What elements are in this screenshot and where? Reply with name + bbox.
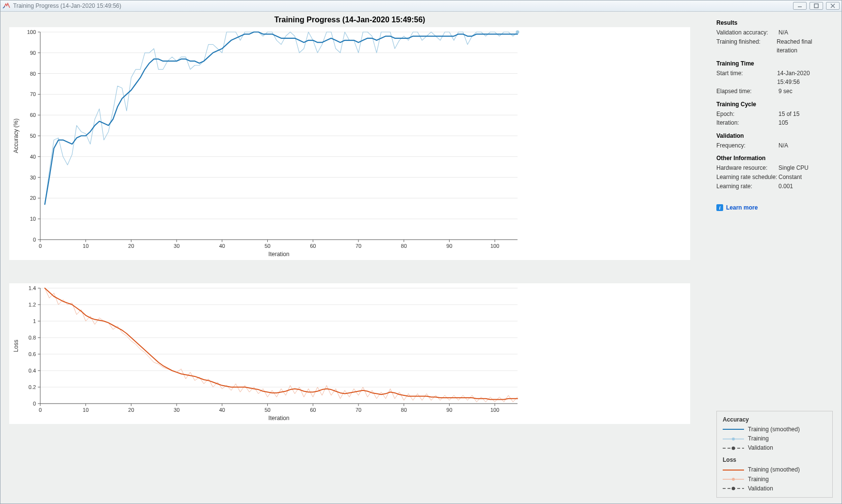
svg-text:1.2: 1.2: [29, 302, 36, 308]
lr-schedule-row: Learning rate schedule:Constant: [716, 173, 833, 182]
svg-text:0.2: 0.2: [29, 384, 36, 390]
legend-acc-smoothed: Training (smoothed): [723, 425, 826, 434]
svg-text:60: 60: [30, 112, 36, 118]
frequency-row: Frequency:N/A: [716, 141, 833, 150]
legend-swatch-dash-black-2: [723, 485, 744, 492]
svg-text:50: 50: [30, 133, 36, 139]
svg-text:70: 70: [30, 91, 36, 97]
info-panel: Results Validation accuracy:N/A Training…: [710, 12, 842, 504]
svg-text:Loss: Loss: [13, 340, 19, 352]
window-controls: [793, 2, 840, 10]
legend-loss-validation: Validation: [723, 484, 826, 493]
svg-point-120: [732, 446, 735, 450]
start-time-row: Start time:14-Jan-2020 15:49:56: [716, 69, 833, 87]
svg-text:0: 0: [39, 407, 42, 413]
svg-text:1.4: 1.4: [29, 285, 36, 291]
svg-text:0.8: 0.8: [29, 335, 36, 341]
svg-text:20: 20: [128, 243, 134, 249]
legend-box: Accuracy Training (smoothed) Training Va…: [716, 411, 833, 498]
svg-text:100: 100: [27, 29, 36, 35]
legend-loss-smoothed: Training (smoothed): [723, 465, 826, 474]
svg-text:20: 20: [128, 407, 134, 413]
training-time-section: Training Time Start time:14-Jan-2020 15:…: [716, 60, 833, 96]
svg-text:70: 70: [356, 407, 361, 413]
svg-text:100: 100: [490, 407, 499, 413]
svg-text:10: 10: [30, 216, 36, 222]
legend-acc-raw: Training: [723, 434, 826, 443]
svg-text:40: 40: [219, 407, 225, 413]
hardware-row: Hardware resource:Single CPU: [716, 163, 833, 173]
svg-text:60: 60: [310, 243, 316, 249]
svg-point-123: [732, 478, 735, 481]
epoch-row: Epoch:15 of 15: [716, 110, 833, 119]
svg-text:Accuracy (%): Accuracy (%): [13, 118, 19, 153]
window-frame: Training Progress (14-Jan-2020 15:49:56)…: [0, 0, 842, 504]
svg-text:90: 90: [446, 407, 452, 413]
training-time-heading: Training Time: [716, 60, 833, 67]
svg-text:1: 1: [33, 318, 36, 324]
validation-accuracy-row: Validation accuracy:N/A: [716, 28, 833, 37]
loss-chart: 010203040506070809010000.20.40.60.811.21…: [9, 283, 690, 424]
svg-point-16: [516, 31, 519, 34]
validation-heading: Validation: [716, 132, 833, 139]
maximize-button[interactable]: [810, 2, 823, 10]
svg-text:80: 80: [401, 243, 407, 249]
iteration-row: Iteration:105: [716, 118, 833, 128]
validation-section: Validation Frequency:N/A: [716, 132, 833, 150]
svg-text:30: 30: [174, 243, 179, 249]
svg-text:80: 80: [401, 407, 407, 413]
svg-text:0: 0: [39, 243, 42, 249]
svg-text:Iteration: Iteration: [268, 251, 289, 258]
svg-text:90: 90: [30, 50, 36, 56]
legend-loss-heading: Loss: [723, 456, 826, 463]
svg-point-118: [732, 438, 735, 440]
legend-loss-raw: Training: [723, 475, 826, 484]
titlebar: Training Progress (14-Jan-2020 15:49:56): [0, 0, 842, 12]
legend-swatch-line-solid-orange: [723, 467, 744, 473]
legend-swatch-dash-black: [723, 445, 744, 452]
svg-text:100: 100: [490, 243, 499, 249]
content-area: Training Progress (14-Jan-2020 15:49:56)…: [0, 12, 842, 504]
svg-text:50: 50: [264, 243, 270, 249]
legend-swatch-line-dot-blue: [723, 436, 744, 442]
svg-text:0.4: 0.4: [29, 368, 36, 374]
training-cycle-heading: Training Cycle: [716, 101, 833, 108]
svg-text:40: 40: [219, 243, 225, 249]
svg-text:30: 30: [30, 175, 36, 180]
training-cycle-section: Training Cycle Epoch:15 of 15 Iteration:…: [716, 101, 833, 128]
results-heading: Results: [716, 19, 833, 26]
elapsed-time-row: Elapsed time:9 sec: [716, 87, 833, 96]
svg-text:0.6: 0.6: [29, 351, 36, 357]
close-button[interactable]: [826, 2, 840, 10]
svg-text:50: 50: [264, 407, 270, 413]
svg-text:20: 20: [30, 195, 36, 201]
info-icon: i: [716, 204, 723, 211]
learn-more-link[interactable]: i Learn more: [716, 204, 833, 211]
matlab-icon: [2, 2, 10, 10]
svg-rect-65: [40, 288, 518, 404]
svg-text:60: 60: [310, 407, 316, 413]
legend-swatch-line-solid-blue: [723, 426, 744, 433]
svg-text:30: 30: [174, 407, 179, 413]
training-finished-row: Training finished:Reached final iteratio…: [716, 37, 833, 55]
legend-acc-validation: Validation: [723, 443, 826, 453]
svg-text:70: 70: [356, 243, 361, 249]
page-title: Training Progress (14-Jan-2020 15:49:56): [9, 15, 690, 27]
svg-text:Iteration: Iteration: [268, 415, 289, 422]
other-info-heading: Other Information: [716, 155, 833, 162]
chart-gap: [9, 260, 690, 283]
svg-rect-1: [814, 4, 818, 8]
window-title: Training Progress (14-Jan-2020 15:49:56): [13, 2, 793, 9]
legend-accuracy-heading: Accuracy: [723, 416, 826, 423]
minimize-button[interactable]: [793, 2, 807, 10]
svg-text:80: 80: [30, 71, 36, 77]
svg-text:10: 10: [83, 407, 89, 413]
svg-text:0: 0: [33, 401, 36, 406]
svg-text:40: 40: [30, 154, 36, 160]
main-panel: Training Progress (14-Jan-2020 15:49:56)…: [0, 12, 710, 504]
accuracy-chart: 0102030405060708090100010203040506070809…: [9, 27, 690, 260]
svg-text:10: 10: [83, 243, 89, 249]
legend-swatch-line-dot-orange: [723, 476, 744, 483]
results-section: Results Validation accuracy:N/A Training…: [716, 19, 833, 55]
other-info-section: Other Information Hardware resource:Sing…: [716, 155, 833, 191]
